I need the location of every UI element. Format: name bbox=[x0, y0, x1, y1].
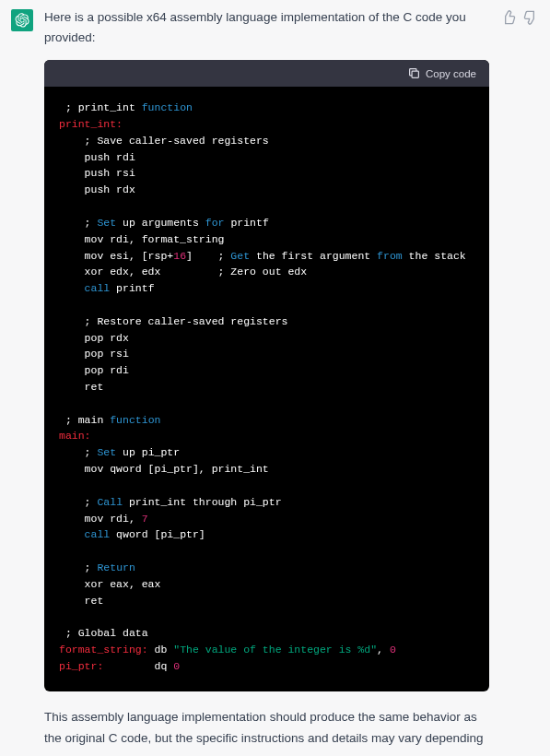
code-token: ; main bbox=[59, 414, 110, 426]
code-token: function bbox=[110, 414, 160, 426]
code-token: mov rdi, bbox=[59, 513, 142, 525]
code-token: , bbox=[377, 644, 390, 656]
code-token: "The value of the integer is %d" bbox=[173, 644, 377, 656]
code-token: xor edx, edx ; Zero out edx bbox=[59, 266, 307, 278]
code-token: ; bbox=[59, 217, 97, 229]
code-token: push rdx bbox=[59, 183, 135, 195]
code-token: ; bbox=[59, 446, 97, 458]
openai-logo-icon bbox=[15, 13, 29, 28]
code-token: push rsi bbox=[59, 167, 135, 179]
code-token: up arguments bbox=[116, 217, 205, 229]
assistant-avatar bbox=[11, 9, 33, 31]
code-token: Set bbox=[97, 217, 116, 229]
code-token: pi_ptr: bbox=[59, 660, 103, 672]
code-token: pop rsi bbox=[59, 348, 129, 360]
code-token: for bbox=[205, 217, 225, 229]
code-token: printf bbox=[110, 282, 154, 294]
code-token: ; print_int bbox=[59, 101, 142, 113]
code-token bbox=[59, 528, 85, 540]
thumbs-down-button[interactable] bbox=[522, 9, 539, 26]
copy-code-button[interactable]: Copy code bbox=[408, 67, 476, 79]
thumbs-up-icon bbox=[501, 10, 516, 25]
code-token: printf bbox=[224, 217, 268, 229]
clipboard-icon bbox=[408, 67, 420, 79]
code-token: pop rdi bbox=[59, 364, 129, 376]
svg-rect-0 bbox=[412, 71, 418, 77]
code-token: ret bbox=[59, 595, 103, 607]
code-token: print_int: bbox=[59, 118, 123, 130]
code-token: up pi_ptr bbox=[116, 446, 180, 458]
code-token: 7 bbox=[142, 513, 148, 525]
code-token: the stack bbox=[403, 250, 466, 262]
code-token: mov rdi, format_string bbox=[59, 233, 224, 245]
code-token: call bbox=[85, 282, 111, 294]
code-token: function bbox=[142, 101, 193, 113]
message-content: Here is a possible x64 assembly language… bbox=[44, 7, 489, 756]
code-token: qword [pi_ptr] bbox=[110, 528, 205, 540]
code-token: ; bbox=[59, 496, 97, 508]
code-token: from bbox=[377, 250, 403, 262]
assistant-message: Here is a possible x64 assembly language… bbox=[0, 0, 550, 756]
code-token: mov qword [pi_ptr], print_int bbox=[59, 463, 269, 475]
code-token: ; bbox=[59, 561, 97, 573]
code-token: push rdi bbox=[59, 151, 135, 163]
code-block: Copy code ; print_int function print_int… bbox=[44, 60, 489, 691]
code-token: xor eax, eax bbox=[59, 578, 160, 590]
thumbs-up-button[interactable] bbox=[500, 9, 517, 26]
code-token: 0 bbox=[173, 660, 180, 672]
outro-paragraph: This assembly language implementation sh… bbox=[44, 706, 489, 756]
code-token: mov esi, [rsp+ bbox=[59, 250, 173, 262]
code-token: 0 bbox=[390, 644, 396, 656]
thumbs-down-icon bbox=[523, 10, 538, 25]
code-token: ; Save caller-saved registers bbox=[59, 135, 269, 147]
feedback-buttons bbox=[500, 9, 539, 26]
code-token: ret bbox=[59, 381, 103, 393]
code-token: Get bbox=[230, 250, 250, 262]
code-token: main: bbox=[59, 430, 91, 442]
code-token: dq bbox=[103, 660, 173, 672]
code-token: format_string: bbox=[59, 644, 148, 656]
code-token: Return bbox=[97, 561, 135, 573]
code-token: ; Restore caller-saved registers bbox=[59, 315, 287, 327]
copy-code-label: Copy code bbox=[426, 68, 476, 79]
code-token: call bbox=[85, 528, 111, 540]
code-token: Call bbox=[97, 496, 123, 508]
code-body[interactable]: ; print_int function print_int: ; Save c… bbox=[44, 87, 489, 691]
code-token: pop rdx bbox=[59, 332, 129, 344]
code-token bbox=[59, 282, 85, 294]
code-token: ; Global data bbox=[59, 627, 148, 639]
code-token: the first argument bbox=[250, 250, 377, 262]
code-token: Set bbox=[97, 446, 116, 458]
code-header: Copy code bbox=[44, 60, 489, 87]
code-token: db bbox=[148, 644, 174, 656]
intro-paragraph: Here is a possible x64 assembly language… bbox=[44, 7, 489, 47]
code-token: ] ; bbox=[186, 250, 230, 262]
code-token: print_int through pi_ptr bbox=[123, 496, 282, 508]
code-token: 16 bbox=[173, 250, 186, 262]
